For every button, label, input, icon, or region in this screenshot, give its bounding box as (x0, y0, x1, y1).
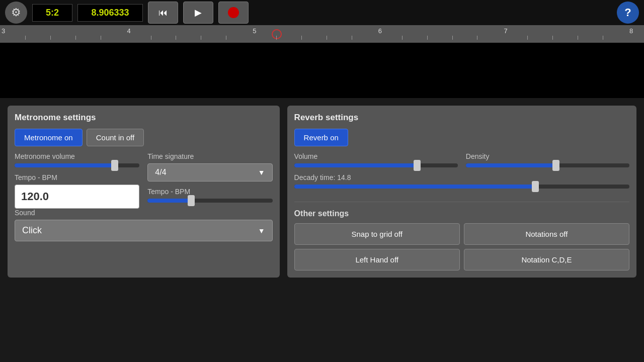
timeline-subtick (25, 36, 26, 40)
tempo-fill (147, 199, 191, 203)
reverb-density-col: Density (466, 152, 629, 173)
time-sig-col: Time signature 4/4 ▼ Tempo - BPM (147, 152, 272, 209)
reverb-density-label: Density (466, 152, 629, 160)
record-icon (228, 7, 239, 18)
playhead (272, 29, 282, 39)
time-sig-label: Time signature (147, 152, 272, 160)
timeline-number: 7 (502, 25, 507, 35)
sound-chevron-icon: ▼ (258, 227, 265, 235)
timeline-subtick (327, 36, 327, 40)
position-display: 5:2 (32, 4, 72, 22)
rewind-icon: ⏮ (158, 8, 168, 18)
decay-track (294, 185, 629, 189)
tempo-slider[interactable] (147, 199, 272, 203)
gear-button[interactable]: ⚙ (5, 2, 27, 24)
reverb-volume-label: Volume (294, 152, 458, 160)
timeline-number: 5 (251, 25, 256, 35)
reverb-volume-track (294, 163, 458, 167)
metronome-btn-row: Metronome on Count in off (15, 129, 273, 146)
decay-slider[interactable] (294, 185, 629, 189)
help-button[interactable]: ? (617, 2, 639, 24)
bpm-input[interactable] (15, 185, 139, 209)
tempo-track (147, 199, 272, 203)
timeline-subtick (402, 36, 403, 40)
tempo-thumb[interactable] (188, 195, 195, 206)
reverb-panel: Reverb settings Reverb on Volume Density (287, 106, 636, 278)
metronome-title: Metronome settings (15, 113, 273, 123)
other-settings-grid: Snap to grid off Notations off Left Hand… (294, 223, 629, 270)
record-button[interactable] (218, 2, 249, 24)
timeline-label-4: 4 (126, 25, 131, 43)
timeline-subtick (176, 36, 176, 40)
settings-area: Metronome settings Metronome on Count in… (0, 98, 644, 285)
timeline-subtick (151, 36, 151, 40)
timeline-ruler: 345678 (0, 25, 644, 43)
metronome-volume-label: Metronome volume (15, 152, 139, 160)
track-area (0, 43, 644, 98)
countin-toggle-button[interactable]: Count in off (87, 129, 144, 146)
gear-icon: ⚙ (11, 6, 21, 19)
timeline[interactable]: 345678 (0, 25, 644, 43)
decay-label: Decady time: 14.8 (294, 173, 629, 182)
left-hand-button[interactable]: Left Hand off (294, 249, 460, 270)
sound-label: Sound (15, 209, 273, 217)
decay-thumb[interactable] (532, 181, 539, 192)
time-signature-select[interactable]: 4/4 ▼ (147, 163, 272, 182)
timeline-label-8: 8 (628, 25, 633, 43)
metronome-volume-track (15, 163, 139, 167)
reverb-density-slider[interactable] (466, 163, 629, 167)
notations-button[interactable]: Notations off (464, 223, 629, 245)
reverb-density-thumb[interactable] (552, 160, 559, 171)
timeline-subtick (75, 36, 76, 40)
timeline-label-7: 7 (502, 25, 507, 43)
timeline-subtick (201, 36, 201, 40)
timeline-subtick (578, 36, 578, 40)
sound-value: Click (22, 225, 42, 236)
reverb-volume-fill (294, 163, 417, 167)
reverb-title: Reverb settings (294, 113, 629, 123)
timeline-subtick (226, 36, 226, 40)
timeline-subtick (427, 36, 428, 40)
timeline-subtick (276, 36, 277, 40)
metronome-volume-slider[interactable] (15, 163, 139, 167)
reverb-volume-slider[interactable] (294, 163, 458, 167)
timeline-subtick (603, 36, 603, 40)
timeline-subtick (552, 36, 553, 40)
metronome-controls: Metronome volume Tempo - BPM Time signat… (15, 152, 273, 209)
time-sig-value: 4/4 (155, 168, 166, 177)
tempo-bpm-label-right: Tempo - BPM (147, 188, 272, 196)
timeline-subtick (477, 36, 477, 40)
rewind-button[interactable]: ⏮ (148, 2, 178, 24)
timeline-subtick (101, 36, 101, 40)
timeline-subtick (452, 36, 453, 40)
top-bar: ⚙ 5:2 8.906333 ⏮ ▶ ? (0, 0, 644, 25)
other-settings-title: Other settings (294, 209, 629, 218)
metronome-toggle-button[interactable]: Metronome on (15, 129, 83, 146)
timeline-number: 4 (126, 25, 131, 35)
reverb-sliders-row: Volume Density (294, 152, 629, 173)
timeline-number: 8 (628, 25, 633, 35)
reverb-density-fill (466, 163, 556, 167)
time-display: 8.906333 (77, 4, 143, 22)
decay-fill (294, 185, 536, 189)
metronome-volume-col: Metronome volume Tempo - BPM (15, 152, 139, 209)
reverb-btn-row: Reverb on (294, 129, 629, 146)
timeline-subtick (352, 36, 352, 40)
snap-to-grid-button[interactable]: Snap to grid off (294, 223, 460, 245)
sound-select[interactable]: Click ▼ (15, 220, 273, 241)
divider (294, 202, 629, 202)
chevron-down-icon: ▼ (258, 168, 265, 176)
notation-cde-button[interactable]: Notation C,D,E (464, 249, 629, 270)
play-icon: ▶ (195, 7, 202, 18)
metronome-volume-thumb[interactable] (111, 160, 118, 171)
play-button[interactable]: ▶ (183, 2, 213, 24)
tempo-bpm-label-left: Tempo - BPM (15, 173, 139, 182)
metronome-volume-fill (15, 163, 115, 167)
timeline-label-6: 6 (377, 25, 382, 43)
reverb-volume-thumb[interactable] (414, 160, 421, 171)
reverb-volume-col: Volume (294, 152, 458, 173)
help-icon: ? (624, 6, 631, 19)
timeline-number: 6 (377, 25, 382, 35)
reverb-toggle-button[interactable]: Reverb on (294, 129, 348, 146)
timeline-subtick (301, 36, 302, 40)
